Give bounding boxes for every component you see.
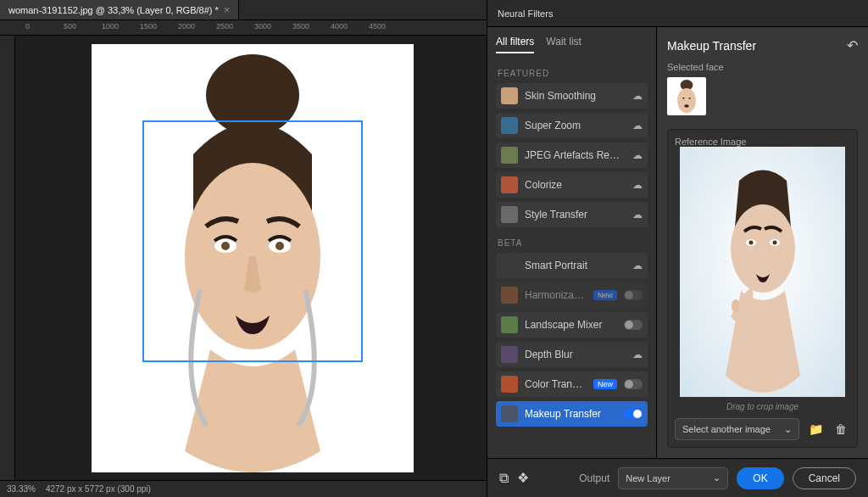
cloud-download-icon[interactable]: ☁: [632, 260, 643, 271]
filter-thumb-icon: [501, 206, 518, 223]
close-icon[interactable]: ×: [224, 3, 231, 16]
filter-label: Skin Smoothing: [525, 90, 626, 102]
compare-icon[interactable]: ⧉: [499, 471, 509, 486]
canvas-body: [0, 36, 487, 480]
section-beta-label: Beta: [498, 238, 648, 248]
svg-point-9: [677, 88, 696, 113]
filter-color-transfer[interactable]: Color Transfer New: [496, 371, 648, 397]
selected-face-label: Selected face: [667, 62, 858, 72]
filter-toggle[interactable]: [624, 409, 643, 419]
cloud-download-icon[interactable]: ☁: [632, 349, 643, 360]
filter-jpeg-artefacts[interactable]: JPEG Artefacts Removal ☁: [496, 142, 648, 168]
panel-title: Neural Filters: [498, 8, 553, 19]
viewport[interactable]: [15, 36, 487, 480]
cloud-download-icon[interactable]: ☁: [632, 149, 643, 161]
filter-makeup-transfer[interactable]: Makeup Transfer: [496, 401, 648, 427]
chevron-down-icon: ⌄: [713, 472, 721, 483]
ruler-vertical: [0, 36, 15, 480]
filter-tabs: All filters Wait list: [496, 36, 648, 53]
tab-wait-list[interactable]: Wait list: [546, 36, 581, 53]
reference-image-section: Reference Image: [667, 129, 858, 448]
layers-icon[interactable]: ❖: [517, 470, 529, 486]
cloud-download-icon[interactable]: ☁: [632, 90, 643, 102]
filter-thumb-icon: [501, 117, 518, 134]
app-root: woman-3191152.jpg @ 33,3% (Layer 0, RGB/…: [0, 0, 868, 497]
filter-thumb-icon: [501, 87, 518, 104]
cloud-download-icon[interactable]: ☁: [632, 179, 643, 191]
ruler-tick-label: 2000: [178, 22, 195, 31]
filter-thumb-icon: [501, 257, 518, 274]
ruler-horizontal: 0 500 1000 1500 2000 2500 3000 3500 4000…: [0, 20, 487, 36]
ruler-tick-label: 3500: [292, 22, 309, 31]
filter-thumb-icon: [501, 376, 518, 393]
filter-toggle[interactable]: [624, 379, 643, 389]
output-label: Output: [579, 472, 609, 484]
neural-filters-panel: Neural Filters All filters Wait list Fea…: [487, 0, 868, 497]
document-tab[interactable]: woman-3191152.jpg @ 33,3% (Layer 0, RGB/…: [0, 0, 239, 20]
document-image[interactable]: [92, 44, 414, 472]
undo-icon[interactable]: ↶: [847, 37, 858, 53]
filter-colorize[interactable]: Colorize ☁: [496, 172, 648, 198]
ruler-tick-label: 500: [64, 22, 76, 31]
ruler-tick-label: 4500: [369, 22, 386, 31]
svg-point-11: [688, 98, 691, 99]
cloud-download-icon[interactable]: ☁: [632, 209, 643, 221]
ruler-tick-label: 1500: [140, 22, 157, 31]
filter-thumb-icon: [501, 176, 518, 193]
filter-label: JPEG Artefacts Removal: [525, 149, 626, 161]
chevron-down-icon: ⌄: [784, 424, 792, 435]
filter-thumb-icon: [501, 405, 518, 422]
ok-button[interactable]: OK: [737, 467, 783, 489]
action-bar: ⧉ ❖ Output New Layer ⌄ OK Cancel: [487, 458, 868, 497]
svg-point-18: [773, 241, 777, 245]
ruler-tick-label: 3000: [254, 22, 271, 31]
canvas-area: woman-3191152.jpg @ 33,3% (Layer 0, RGB/…: [0, 0, 487, 497]
filter-details-column: Makeup Transfer ↶ Selected face: [657, 27, 868, 458]
filter-label: Super Zoom: [525, 120, 626, 131]
filter-label: Makeup Transfer: [525, 408, 617, 420]
filter-list-column: All filters Wait list Featured Skin Smoo…: [487, 27, 657, 458]
filter-toggle[interactable]: [624, 290, 643, 300]
folder-open-icon[interactable]: 📁: [806, 420, 825, 438]
details-title: Makeup Transfer: [667, 39, 756, 53]
filter-thumb-icon: [501, 147, 518, 164]
status-bar: 33.33% 4272 px x 5772 px (300 ppi): [0, 480, 487, 497]
svg-point-19: [732, 299, 740, 313]
reference-portrait: [680, 147, 845, 397]
section-featured-label: Featured: [498, 69, 648, 78]
ruler-tick-label: 2500: [216, 22, 233, 31]
reference-controls-row: Select another image ⌄ 📁 🗑: [675, 418, 850, 440]
details-header: Makeup Transfer ↶: [667, 37, 858, 53]
filter-landscape-mixer[interactable]: Landscape Mixer: [496, 312, 648, 338]
filter-label: Harmonization: [525, 289, 587, 301]
document-tab-bar: woman-3191152.jpg @ 33,3% (Layer 0, RGB/…: [0, 0, 487, 20]
cloud-download-icon[interactable]: ☁: [632, 120, 643, 131]
filter-toggle[interactable]: [624, 320, 643, 330]
cancel-button[interactable]: Cancel: [793, 467, 856, 489]
filter-style-transfer[interactable]: Style Transfer ☁: [496, 202, 648, 227]
reference-image[interactable]: [680, 147, 845, 397]
new-badge: New: [593, 379, 617, 389]
filter-smart-portrait[interactable]: Smart Portrait ☁: [496, 253, 648, 278]
select-another-image-dropdown[interactable]: Select another image ⌄: [675, 418, 799, 440]
face-thumb-icon: [669, 79, 704, 115]
new-badge: New: [593, 290, 617, 300]
tab-all-filters[interactable]: All filters: [496, 36, 534, 53]
status-dimensions: 4272 px x 5772 px (300 ppi): [46, 484, 151, 494]
filter-skin-smoothing[interactable]: Skin Smoothing ☁: [496, 83, 648, 109]
panel-header: Neural Filters: [487, 0, 868, 27]
filter-thumb-icon: [501, 346, 518, 363]
filter-super-zoom[interactable]: Super Zoom ☁: [496, 113, 648, 138]
reference-drag-hint: Drag to crop image: [726, 402, 798, 411]
document-tab-title: woman-3191152.jpg @ 33,3% (Layer 0, RGB/…: [8, 5, 219, 15]
selected-face-thumb[interactable]: [667, 77, 706, 115]
trash-icon[interactable]: 🗑: [832, 420, 850, 438]
output-dropdown[interactable]: New Layer ⌄: [618, 467, 728, 489]
face-selection-box[interactable]: [142, 120, 363, 362]
filter-depth-blur[interactable]: Depth Blur ☁: [496, 342, 648, 367]
panel-body: All filters Wait list Featured Skin Smoo…: [487, 27, 868, 458]
svg-point-17: [749, 241, 754, 245]
filter-label: Colorize: [525, 179, 626, 191]
svg-point-10: [682, 98, 685, 99]
filter-harmonization[interactable]: Harmonization New: [496, 282, 648, 308]
